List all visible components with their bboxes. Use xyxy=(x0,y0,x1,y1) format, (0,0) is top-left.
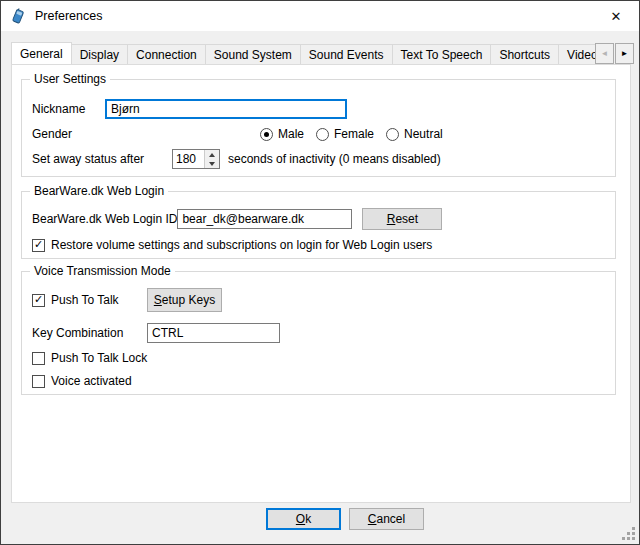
spinner-down-button[interactable] xyxy=(205,159,219,168)
push-to-talk-checkbox-row[interactable]: ✓ Push To Talk xyxy=(32,293,147,307)
group-title: BearWare.dk Web Login xyxy=(30,184,168,198)
tab-scroll-left-button[interactable]: ◄ xyxy=(595,43,614,64)
teamtalk-app-icon xyxy=(10,8,26,24)
group-title: User Settings xyxy=(30,72,110,86)
push-to-talk-lock-checkbox[interactable] xyxy=(32,352,45,365)
close-icon: ✕ xyxy=(611,9,622,24)
cancel-button[interactable]: Cancel xyxy=(349,508,424,530)
down-arrow-icon xyxy=(209,162,215,166)
restore-volume-checkbox[interactable]: ✓ xyxy=(32,239,45,252)
gender-male-option[interactable]: Male xyxy=(260,127,304,141)
setup-keys-button[interactable]: Setup Keys xyxy=(147,288,222,312)
reset-button[interactable]: Reset xyxy=(362,208,442,230)
restore-volume-label[interactable]: Restore volume settings and subscription… xyxy=(51,238,432,252)
gender-female-option[interactable]: Female xyxy=(316,127,374,141)
user-settings-group: User Settings Nickname Gender Male Femal… xyxy=(21,79,616,177)
tab-sound-system[interactable]: Sound System xyxy=(205,44,301,64)
away-seconds-input[interactable] xyxy=(173,150,204,168)
window-title: Preferences xyxy=(35,9,102,23)
tab-scroll-right-button[interactable]: ► xyxy=(615,43,634,64)
restore-volume-checkbox-row[interactable]: ✓ Restore volume settings and subscripti… xyxy=(32,238,605,252)
close-button[interactable]: ✕ xyxy=(593,1,639,31)
resize-grip[interactable] xyxy=(621,526,636,541)
tab-connection[interactable]: Connection xyxy=(127,44,206,64)
gender-radio-group: Male Female Neutral xyxy=(260,127,443,141)
web-login-group: BearWare.dk Web Login BearWare.dk Web Lo… xyxy=(21,191,616,259)
group-title: Voice Transmission Mode xyxy=(30,264,175,278)
key-combination-input[interactable] xyxy=(147,323,280,343)
voice-activated-checkbox-row[interactable]: Voice activated xyxy=(32,374,605,388)
spinner-up-button[interactable] xyxy=(205,150,219,159)
voice-activated-checkbox[interactable] xyxy=(32,375,45,388)
away-status-label: Set away status after xyxy=(32,152,172,166)
tab-sound-events[interactable]: Sound Events xyxy=(300,44,393,64)
tab-text-to-speech[interactable]: Text To Speech xyxy=(392,44,492,64)
voice-activated-label[interactable]: Voice activated xyxy=(51,374,132,388)
preferences-dialog: Preferences ✕ General Display Connection… xyxy=(0,0,640,545)
nickname-label: Nickname xyxy=(32,102,105,116)
key-combination-label: Key Combination xyxy=(32,326,147,340)
arrow-left-icon: ◄ xyxy=(601,49,609,58)
radio-male[interactable] xyxy=(260,128,273,141)
tab-general[interactable]: General xyxy=(11,42,72,64)
push-to-talk-lock-checkbox-row[interactable]: Push To Talk Lock xyxy=(32,351,605,365)
tab-shortcuts[interactable]: Shortcuts xyxy=(490,44,559,64)
check-icon: ✓ xyxy=(34,239,43,250)
push-to-talk-lock-label[interactable]: Push To Talk Lock xyxy=(51,351,147,365)
tab-strip: General Display Connection Sound System … xyxy=(11,41,637,64)
gender-neutral-option[interactable]: Neutral xyxy=(386,127,443,141)
nickname-input[interactable] xyxy=(105,99,347,119)
up-arrow-icon xyxy=(209,153,215,157)
gender-label: Gender xyxy=(32,127,72,141)
away-seconds-spinner[interactable] xyxy=(172,149,220,169)
web-login-id-input[interactable] xyxy=(177,209,352,229)
radio-female[interactable] xyxy=(316,128,329,141)
away-status-suffix: seconds of inactivity (0 means disabled) xyxy=(228,152,441,166)
check-icon: ✓ xyxy=(34,294,43,305)
ok-button[interactable]: Ok xyxy=(266,508,341,530)
web-login-id-label: BearWare.dk Web Login ID xyxy=(32,212,177,226)
voice-transmission-group: Voice Transmission Mode ✓ Push To Talk S… xyxy=(21,271,616,395)
tab-display[interactable]: Display xyxy=(71,44,128,64)
titlebar[interactable]: Preferences xyxy=(1,1,639,31)
push-to-talk-checkbox[interactable]: ✓ xyxy=(32,294,45,307)
push-to-talk-label[interactable]: Push To Talk xyxy=(51,293,119,307)
radio-neutral[interactable] xyxy=(386,128,399,141)
arrow-right-icon: ► xyxy=(621,49,629,58)
